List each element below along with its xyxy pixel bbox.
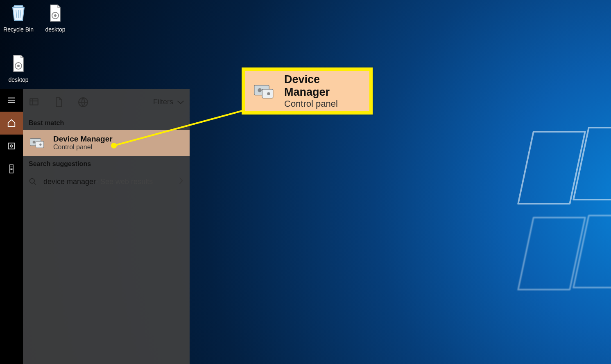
ini-file-icon (7, 52, 30, 75)
svg-point-11 (33, 141, 36, 144)
svg-rect-4 (9, 143, 15, 149)
svg-point-13 (30, 179, 35, 184)
desktop-icon-recycle-bin[interactable]: Recycle Bin (0, 2, 37, 33)
start-rail (0, 89, 23, 364)
callout-title: Device Manager (284, 73, 364, 99)
callout-subtitle: Control panel (284, 99, 364, 109)
recycle-bin-icon (7, 2, 30, 25)
start-documents-button[interactable] (0, 157, 23, 180)
filters-dropdown[interactable]: Filters (153, 98, 185, 106)
svg-rect-7 (30, 99, 38, 105)
ini-file-icon (44, 2, 67, 25)
scope-documents-icon[interactable] (52, 96, 65, 108)
search-suggestion-web[interactable]: device manager - See web results (23, 171, 190, 192)
start-search-panel: Filters Best match Device Manager Contro… (23, 89, 190, 364)
best-match-subtitle: Control panel (53, 144, 113, 151)
desktop-icon-desktop-1[interactable]: desktop (37, 2, 74, 33)
svg-point-3 (17, 65, 20, 67)
best-match-title: Device Manager (53, 135, 113, 144)
chevron-right-icon (178, 177, 184, 186)
start-apps-button[interactable] (0, 135, 23, 157)
svg-point-17 (267, 92, 270, 95)
device-manager-icon (252, 79, 276, 103)
desktop-icon-label: desktop (37, 26, 74, 33)
chevron-down-icon (177, 99, 185, 105)
svg-point-5 (10, 145, 13, 147)
best-match-result[interactable]: Device Manager Control panel (23, 130, 190, 156)
start-home-button[interactable] (0, 112, 23, 135)
suggestion-query: device manager (43, 178, 96, 186)
search-suggestions-section-label: Search suggestions (23, 156, 190, 171)
callout-highlight: Device Manager Control panel (242, 67, 373, 115)
desktop-icon-desktop-2[interactable]: desktop (0, 52, 37, 83)
wallpaper-beams (468, 131, 611, 303)
svg-rect-6 (10, 165, 13, 173)
svg-point-16 (258, 88, 262, 92)
scope-apps-icon[interactable] (28, 96, 40, 108)
desktop-icon-label: desktop (0, 76, 37, 83)
device-manager-icon (29, 134, 46, 151)
filters-label: Filters (153, 98, 173, 106)
scope-web-icon[interactable] (77, 96, 89, 108)
best-match-section-label: Best match (23, 115, 190, 130)
desktop-icon-label: Recycle Bin (0, 26, 37, 33)
start-panel-header: Filters (23, 89, 190, 115)
suggestion-tail: - See web results (96, 178, 153, 186)
svg-point-12 (39, 144, 41, 146)
search-icon (29, 178, 38, 186)
start-expand-button[interactable] (0, 89, 23, 112)
svg-point-1 (54, 14, 57, 17)
